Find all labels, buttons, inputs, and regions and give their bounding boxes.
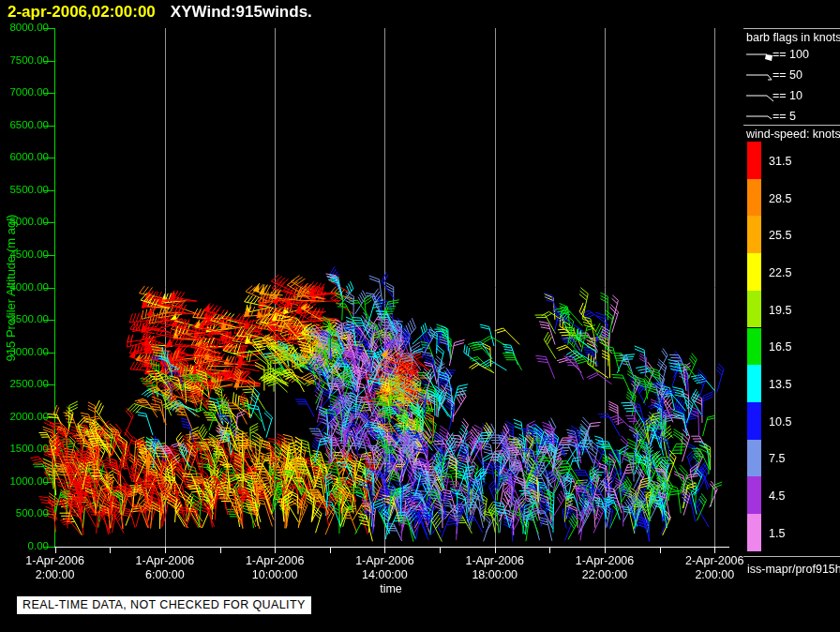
y-tick-label: 7500.00 <box>0 54 49 66</box>
y-tick-label: 5000.00 <box>0 216 49 227</box>
legend-mid-rule <box>743 125 840 126</box>
barb-symbol-icon <box>745 68 774 83</box>
colorbar-segment <box>747 253 761 291</box>
data-source-label: iss-mapr/prof915h <box>747 563 840 576</box>
x-tick-label: 1-Apr-20062:00:00 <box>10 554 100 582</box>
barb-symbol-icon <box>745 88 774 104</box>
colorbar-label: 25.5 <box>769 229 791 242</box>
colorbar-label: 19.5 <box>769 304 791 317</box>
y-tick-label: 0.00 <box>0 540 49 551</box>
y-tick-label: 2500.00 <box>0 378 49 389</box>
colorbar-segment <box>747 328 761 366</box>
colorbar-segment <box>747 514 761 551</box>
header: 2-apr-2006,02:00:00 XYWind:915winds. <box>8 3 312 22</box>
legend-bottom-rule <box>743 556 840 557</box>
page-title: XYWind:915winds. <box>171 3 312 22</box>
x-tick-label: 2-Apr-20062:00:00 <box>669 554 759 582</box>
y-tick-label: 3500.00 <box>0 313 49 324</box>
barb-legend-label: == 10 <box>772 89 802 102</box>
barb-symbol-icon <box>745 109 774 125</box>
colorbar-label: 1.5 <box>769 527 785 540</box>
y-tick-label: 6500.00 <box>0 119 49 130</box>
x-tick-label: 1-Apr-20066:00:00 <box>120 554 210 582</box>
y-tick-label: 6000.00 <box>0 151 49 162</box>
barb-legend-label: == 100 <box>772 48 809 61</box>
colorbar-label: 22.5 <box>769 266 791 279</box>
y-tick-label: 8000.00 <box>0 22 49 33</box>
colorbar-segment <box>747 216 761 253</box>
colorbar-label: 13.5 <box>769 378 791 391</box>
y-tick-label: 1000.00 <box>0 475 49 487</box>
x-tick-label: 1-Apr-200610:00:00 <box>230 554 320 582</box>
colorbar-label: 31.5 <box>769 155 791 168</box>
colorbar-title: wind-speed: knots <box>746 128 840 141</box>
header-timestamp: 2-apr-2006,02:00:00 <box>8 3 156 22</box>
y-tick-label: 1500.00 <box>0 443 49 454</box>
y-tick-label: 5500.00 <box>0 184 49 195</box>
colorbar-label: 28.5 <box>769 192 791 205</box>
colorbar-segment <box>747 402 761 440</box>
realtime-data-disclaimer: REAL-TIME DATA, NOT CHECKED FOR QUALITY <box>17 596 311 614</box>
colorbar-label: 4.5 <box>769 489 785 503</box>
legend-top-rule <box>743 28 840 29</box>
colorbar-segment <box>747 179 761 217</box>
y-tick-label: 500.00 <box>0 507 49 519</box>
barb-symbol-icon <box>745 47 774 63</box>
barb-legend-label: == 50 <box>772 68 802 82</box>
x-tick-label: 1-Apr-200614:00:00 <box>339 554 429 582</box>
barb-legend-title: barb flags in knots <box>746 31 840 44</box>
colorbar-segment <box>747 476 761 514</box>
y-tick-label: 2000.00 <box>0 411 49 422</box>
x-tick-label: 1-Apr-200618:00:00 <box>450 554 540 582</box>
y-tick-label: 3000.00 <box>0 346 49 357</box>
y-tick-label: 7000.00 <box>0 86 49 98</box>
colorbar-label: 16.5 <box>769 340 791 354</box>
colorbar-label: 7.5 <box>769 452 785 465</box>
colorbar-segment <box>747 142 761 179</box>
barb-legend-label: == 5 <box>772 110 796 123</box>
colorbar-segment <box>747 440 761 477</box>
wind-barb-plot-canvas <box>0 0 840 632</box>
y-tick-label: 4000.00 <box>0 281 49 293</box>
wind-profiler-window: 2-apr-2006,02:00:00 XYWind:915winds. 915… <box>0 0 840 632</box>
colorbar-label: 10.5 <box>769 415 791 429</box>
y-tick-label: 4500.00 <box>0 248 49 260</box>
x-tick-label: 1-Apr-200622:00:00 <box>560 554 650 582</box>
colorbar-segment <box>747 291 761 328</box>
x-axis-title: time <box>346 582 436 595</box>
colorbar-segment <box>747 365 761 402</box>
